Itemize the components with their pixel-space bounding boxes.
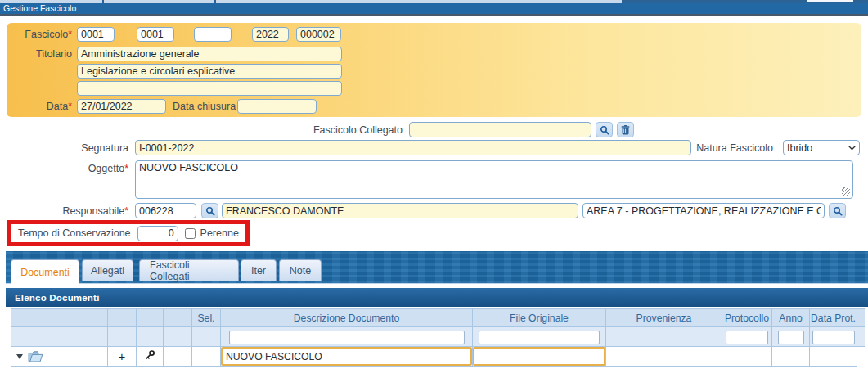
search-icon bbox=[600, 125, 609, 135]
chevron-down-icon bbox=[848, 146, 856, 151]
fascicolo-header-panel: Fascicolo* Titolario Data* Data chiusura bbox=[7, 23, 861, 117]
titolario-label: Titolario bbox=[7, 48, 72, 60]
search-icon bbox=[205, 206, 215, 216]
col-data-prot: Data Prot. bbox=[810, 309, 857, 327]
tab-iter[interactable]: Iter bbox=[241, 259, 277, 281]
search-icon bbox=[833, 206, 843, 216]
textarea-resize-grip[interactable] bbox=[842, 187, 850, 196]
tempo-conservazione-label: Tempo di Conservazione bbox=[18, 227, 131, 239]
responsabile-search-button[interactable] bbox=[201, 203, 218, 218]
filter-data-prot-input[interactable] bbox=[812, 331, 855, 344]
table-row: + NUOVO FASCICOLO bbox=[11, 347, 865, 367]
add-document-icon[interactable]: + bbox=[119, 349, 126, 363]
responsabile-name-input[interactable] bbox=[222, 203, 578, 218]
toolbar-segment bbox=[807, 0, 853, 2]
responsabile-struttura-input[interactable] bbox=[582, 203, 825, 218]
cell-anno bbox=[772, 347, 810, 367]
tab-note[interactable]: Note bbox=[279, 259, 322, 281]
gestione-fascicolo-window: Gestione Fascicolo Fascicolo* Titolario … bbox=[0, 0, 868, 369]
fascicolo-label: Fascicolo* bbox=[7, 29, 72, 40]
cell-data-prot bbox=[810, 347, 857, 367]
fascicolo-collegato-delete-button[interactable] bbox=[617, 122, 634, 137]
fascicolo-part3-input[interactable] bbox=[194, 27, 232, 42]
struttura-search-button[interactable] bbox=[829, 203, 846, 218]
fascicolo-part1-input[interactable] bbox=[77, 27, 115, 42]
col-anno: Anno bbox=[772, 309, 810, 327]
fascicolo-collegato-label: Fascicolo Collegato bbox=[245, 124, 403, 136]
title-divider bbox=[0, 14, 868, 16]
titolario-level3-input[interactable] bbox=[77, 81, 342, 96]
col-protocollo: Protocollo bbox=[722, 309, 772, 327]
table-header-row: Sel. Descrizione Documento File Original… bbox=[11, 309, 865, 327]
data-label: Data* bbox=[7, 101, 72, 112]
col-file-originale: File Originale bbox=[473, 309, 606, 327]
tempo-conservazione-input[interactable] bbox=[137, 226, 178, 241]
cell-descrizione[interactable]: NUOVO FASCICOLO bbox=[221, 347, 473, 367]
natura-fascicolo-select[interactable]: Ibrido bbox=[783, 140, 860, 155]
oggetto-label: Oggetto* bbox=[49, 163, 128, 174]
filter-descrizione-input[interactable] bbox=[229, 331, 465, 344]
folder-icon[interactable] bbox=[28, 350, 43, 362]
filter-protocollo-input[interactable] bbox=[726, 331, 768, 344]
cell-provenienza bbox=[606, 347, 722, 367]
data-input[interactable] bbox=[77, 99, 166, 114]
tab-bar bbox=[6, 251, 868, 283]
col-sel: Sel. bbox=[192, 309, 221, 327]
col-spacer bbox=[857, 309, 865, 327]
fascicolo-collegato-input[interactable] bbox=[409, 122, 591, 137]
elenco-documenti-header: Elenco Documenti bbox=[6, 288, 868, 307]
oggetto-textarea[interactable]: NUOVO FASCICOLO bbox=[135, 160, 853, 199]
filter-file-originale-input[interactable] bbox=[479, 331, 600, 344]
data-chiusura-label: Data chiusura bbox=[164, 101, 222, 112]
fascicolo-collegato-search-button[interactable] bbox=[596, 122, 613, 137]
trash-icon bbox=[621, 125, 630, 135]
page-title: Gestione Fascicolo bbox=[0, 3, 868, 14]
col-provenienza: Provenienza bbox=[606, 309, 722, 327]
data-chiusura-input[interactable] bbox=[237, 99, 317, 114]
col-expand bbox=[11, 309, 108, 327]
cell-file-originale[interactable] bbox=[473, 347, 606, 367]
perenne-label: Perenne bbox=[200, 227, 239, 239]
expand-caret-icon[interactable] bbox=[16, 354, 23, 359]
segnatura-input[interactable] bbox=[135, 140, 691, 155]
fascicolo-part2-input[interactable] bbox=[137, 27, 174, 42]
fascicolo-number-input[interactable] bbox=[296, 27, 341, 42]
documents-table: Sel. Descrizione Documento File Original… bbox=[11, 308, 865, 367]
titolario-level2-input[interactable] bbox=[77, 64, 342, 79]
perenne-checkbox[interactable] bbox=[185, 228, 196, 239]
fascicolo-year-input[interactable] bbox=[252, 27, 289, 42]
col-misc bbox=[164, 309, 192, 327]
tempo-conservazione-highlight: Tempo di Conservazione Perenne bbox=[7, 220, 250, 246]
tab-allegati[interactable]: Allegati bbox=[82, 259, 133, 281]
filter-row bbox=[11, 327, 865, 347]
elenco-documenti-title: Elenco Documenti bbox=[6, 293, 100, 303]
segnatura-label: Segnatura bbox=[49, 142, 128, 154]
responsabile-label: Responsabile* bbox=[31, 205, 128, 217]
cell-protocollo bbox=[722, 347, 772, 367]
col-descrizione: Descrizione Documento bbox=[221, 309, 473, 327]
tab-fascicoli-collegati[interactable]: Fascicoli Collegati bbox=[139, 259, 239, 281]
titolario-level1-input[interactable] bbox=[77, 47, 342, 61]
col-key bbox=[137, 309, 164, 327]
key-icon[interactable] bbox=[145, 350, 155, 361]
tab-documenti[interactable]: Documenti bbox=[11, 259, 79, 284]
col-add bbox=[108, 309, 137, 327]
natura-fascicolo-label: Natura Fascicolo bbox=[695, 142, 773, 154]
responsabile-code-input[interactable] bbox=[135, 203, 196, 218]
filter-anno-input[interactable] bbox=[778, 331, 804, 344]
